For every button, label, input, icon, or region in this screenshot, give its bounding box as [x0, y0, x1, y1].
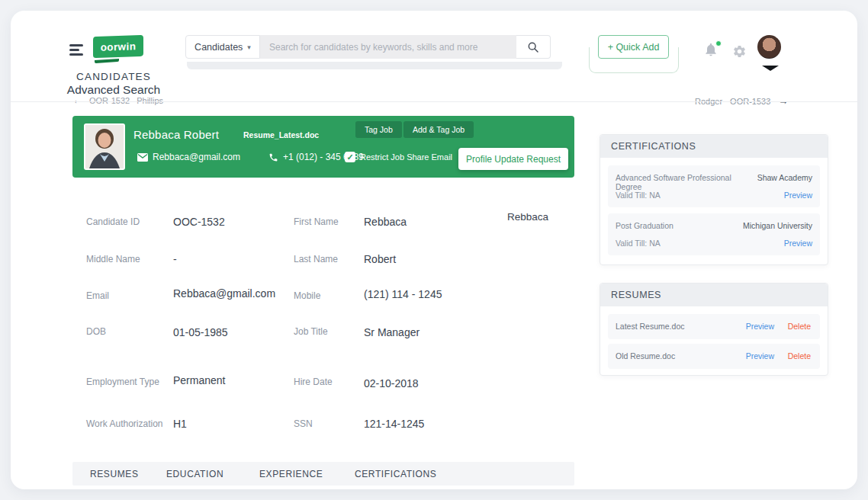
- autocomplete-ghost-text: Rebbaca: [507, 211, 548, 223]
- restrict-label: Restrict Job Share Email: [360, 152, 452, 162]
- certification-preview-link[interactable]: Preview: [784, 191, 812, 200]
- field-value: 02-10-2018: [364, 377, 419, 389]
- certification-valid-till: Valid Till: NA: [616, 239, 661, 248]
- candidate-email-text: Rebbaca@gmail.com: [153, 152, 240, 162]
- resumes-card: RESUMES Latest Resume.doc Preview Delete…: [600, 283, 828, 376]
- field-value: -: [173, 253, 177, 265]
- header-divider: [11, 101, 857, 102]
- chevron-down-icon: ▾: [247, 43, 251, 51]
- search-suggestion-panel-edge: [187, 62, 562, 69]
- envelope-icon: [137, 153, 148, 162]
- candidate-email[interactable]: Rebbaca@gmail.com: [137, 152, 240, 162]
- tab-education[interactable]: EDUCATION: [166, 469, 223, 479]
- field-label: DOB: [86, 326, 106, 337]
- certification-item: Post Graduation Michigan University Vali…: [608, 213, 820, 255]
- resume-preview-link[interactable]: Preview: [746, 322, 774, 331]
- field-value: (121) 114 - 1245: [364, 288, 442, 300]
- profile-update-request-button[interactable]: Profile Update Request: [458, 148, 568, 170]
- field-label: Hire Date: [294, 377, 333, 387]
- logo-text: oorwin: [101, 40, 137, 53]
- app-window: oorwin CANDIDATES Advanced Search ← OOR-…: [11, 11, 857, 489]
- certifications-card: CERTIFICATIONS Advanced Software Profess…: [600, 134, 828, 265]
- field-value: Rebbaca@gmail.com: [173, 287, 275, 300]
- prev-candidate-id: OOR-1532: [89, 96, 130, 105]
- candidate-name: Rebbaca Robert: [133, 128, 219, 141]
- logo-ribbon-fold: [95, 59, 119, 63]
- restrict-checkbox[interactable]: ✓: [345, 152, 355, 162]
- field-value: H1: [173, 418, 187, 430]
- resume-latest-link[interactable]: Resume_Latest.doc: [243, 130, 319, 139]
- search-icon: [527, 41, 539, 53]
- global-search: Candidates ▾: [185, 35, 551, 59]
- resume-delete-link[interactable]: Delete: [788, 322, 811, 331]
- field-value: Robert: [364, 253, 396, 265]
- search-input[interactable]: [260, 35, 516, 59]
- check-icon: ✓: [346, 152, 353, 162]
- add-and-tag-job-button[interactable]: Add & Tag Job: [403, 121, 474, 138]
- field-label: Candidate ID: [86, 216, 140, 227]
- field-value: OOC-1532: [173, 216, 225, 228]
- field-value: 01-05-1985: [173, 326, 228, 338]
- section-title: CANDIDATES: [58, 71, 169, 82]
- candidate-summary-card: Rebbaca Robert Resume_Latest.doc Tag Job…: [72, 116, 574, 178]
- resume-file-name: Latest Resume.doc: [616, 322, 684, 331]
- field-value: 121-14-1245: [364, 418, 424, 430]
- field-label: First Name: [294, 216, 339, 227]
- field-label: Work Authorization: [86, 418, 163, 429]
- certification-valid-till: Valid Till: NA: [616, 191, 661, 200]
- certification-name: Advanced Software Professional Degree: [616, 173, 749, 191]
- field-value: Permanent: [173, 374, 225, 386]
- detail-tabs-bar: RESUMES EDUCATION EXPERIENCE CERTIFICATI…: [72, 462, 574, 486]
- notification-badge: [715, 40, 722, 46]
- field-value: Rebbaca: [364, 216, 407, 228]
- portrait-image: [85, 125, 124, 168]
- field-label: Employment Type: [86, 377, 159, 387]
- candidate-photo: [84, 123, 125, 170]
- resumes-card-title: RESUMES: [600, 284, 828, 306]
- certification-item: Advanced Software Professional Degree Sh…: [608, 165, 820, 207]
- back-arrow-icon[interactable]: ←: [72, 95, 82, 106]
- certification-issuer: Shaw Academy: [757, 173, 812, 182]
- restrict-job-share: ✓ Restrict Job Share Email: [345, 152, 452, 162]
- field-value: Sr Manager: [364, 326, 420, 338]
- resume-file-name: Old Resume.doc: [616, 351, 675, 361]
- certification-preview-link[interactable]: Preview: [784, 239, 812, 248]
- user-avatar[interactable]: [757, 35, 781, 59]
- search-scope-label: Candidates: [194, 42, 243, 53]
- resume-item: Latest Resume.doc Preview Delete: [608, 314, 820, 339]
- prev-candidate-nav[interactable]: ← OOR-1532 Phillips: [72, 95, 163, 106]
- field-label: Mobile: [294, 290, 320, 301]
- settings-button[interactable]: [732, 44, 747, 62]
- tab-experience[interactable]: EXPERIENCE: [259, 469, 323, 479]
- field-label: Job Title: [294, 326, 328, 337]
- page-heading: CANDIDATES Advanced Search: [58, 71, 169, 97]
- search-scope-dropdown[interactable]: Candidates ▾: [185, 35, 260, 59]
- oorwin-logo: oorwin: [93, 35, 143, 58]
- tag-job-button[interactable]: Tag Job: [355, 121, 402, 138]
- resume-delete-link[interactable]: Delete: [788, 351, 811, 361]
- quick-add-dropdown-outline: [589, 47, 679, 73]
- field-label: Last Name: [294, 254, 338, 264]
- resume-preview-link[interactable]: Preview: [746, 351, 774, 361]
- menu-icon[interactable]: [69, 44, 83, 58]
- certification-name: Post Graduation: [616, 221, 674, 230]
- resume-item: Old Resume.doc Preview Delete: [608, 344, 820, 369]
- notifications-button[interactable]: [703, 41, 720, 59]
- prev-candidate-name: Phillips: [137, 96, 163, 105]
- certifications-card-title: CERTIFICATIONS: [600, 135, 828, 158]
- phone-icon: [268, 152, 278, 162]
- certification-issuer: Michigan University: [743, 221, 812, 230]
- search-button[interactable]: [516, 35, 551, 59]
- tab-resumes[interactable]: RESUMES: [90, 469, 139, 479]
- tab-certifications[interactable]: CERTIFICATIONS: [355, 469, 436, 479]
- field-label: Email: [86, 290, 109, 301]
- avatar-dropdown-caret[interactable]: [762, 66, 779, 71]
- gear-icon: [732, 44, 747, 59]
- field-label: Middle Name: [86, 254, 140, 264]
- field-label: SSN: [294, 418, 313, 429]
